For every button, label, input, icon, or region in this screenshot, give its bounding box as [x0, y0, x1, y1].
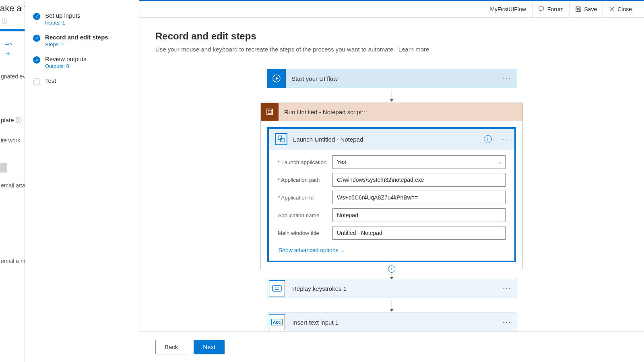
save-label: Save — [584, 6, 597, 12]
forum-label: Forum — [547, 6, 564, 12]
back-button[interactable]: Back — [155, 340, 187, 354]
label-application-path: Application path — [278, 177, 332, 183]
launch-step-card: Launch Untitled - Notepad i ··· Launch a… — [267, 127, 516, 262]
step-record-edit[interactable]: Record and edit steps Steps: 1 — [25, 30, 139, 51]
launch-application-select[interactable]: Yes ⌵ — [332, 155, 506, 169]
svg-rect-4 — [278, 136, 282, 140]
step-panel: Set up inputs Inputs: 1 Record and edit … — [25, 0, 139, 362]
svg-rect-2 — [267, 109, 272, 115]
check-icon — [33, 35, 40, 42]
left-frag-plate: plate ⓘ — [0, 110, 25, 131]
grey-box-icon — [0, 163, 7, 173]
accent-bar — [0, 29, 25, 31]
card-label: Insert text input 1 — [287, 319, 339, 326]
ellipsis-icon[interactable]: ··· — [500, 136, 508, 143]
ellipsis-icon[interactable]: ··· — [503, 318, 511, 327]
save-icon — [575, 6, 582, 12]
info-icon[interactable]: i — [484, 135, 492, 143]
main-content: Record and edit steps Use your mouse and… — [139, 18, 644, 362]
launch-form: Launch application Yes ⌵ Application pat… — [269, 150, 514, 261]
left-rail: ake a flo i + gnated even plate ⓘ ite wo… — [0, 0, 25, 362]
step-subtitle: Steps: 1 — [45, 41, 108, 47]
step-subtitle: Inputs: 1 — [45, 20, 80, 26]
left-frag-work: ite work — [0, 131, 25, 150]
flow-name: MyFirstUIFlow — [490, 6, 526, 12]
close-icon — [609, 6, 615, 12]
check-icon — [33, 13, 40, 20]
text-input-icon: Abc — [269, 314, 285, 330]
chevron-down-icon: ⌵ — [342, 248, 345, 253]
close-label: Close — [617, 6, 632, 12]
step-test[interactable]: Test — [25, 73, 139, 89]
info-icon[interactable]: i — [2, 19, 7, 24]
tab-add-icon — [4, 43, 12, 50]
add-step-connector: + — [391, 269, 392, 279]
script-icon — [261, 103, 279, 121]
window-icon — [275, 133, 287, 145]
add-button[interactable]: + — [1, 43, 15, 59]
check-icon — [33, 56, 40, 64]
label-application-name: Application name — [278, 212, 332, 218]
left-frag-note: email a no — [0, 251, 25, 271]
keyboard-icon — [269, 280, 285, 296]
svg-rect-3 — [268, 110, 271, 113]
close-button[interactable]: Close — [603, 1, 638, 17]
forum-icon — [539, 6, 545, 12]
learn-more-link[interactable]: Learn more — [398, 46, 429, 53]
ellipsis-icon[interactable]: ··· — [503, 74, 511, 83]
step-subtitle: Outputs: 0 — [45, 63, 87, 69]
run-script-header[interactable]: Run Untitled - Notepad script ··· — [261, 103, 522, 121]
application-name-input[interactable] — [332, 208, 506, 222]
add-step-button[interactable]: + — [388, 265, 395, 273]
footer-bar: Back Next — [139, 331, 644, 362]
application-id-input[interactable] — [332, 191, 506, 204]
page-title-fragment: ake a flo — [0, 0, 25, 19]
page-subtitle: Use your mouse and keyboard to recreate … — [155, 46, 628, 53]
step-title: Set up inputs — [45, 12, 80, 19]
step-title: Test — [45, 77, 56, 84]
card-label: Start your UI flow — [286, 75, 338, 82]
application-path-input[interactable] — [332, 173, 506, 187]
forum-button[interactable]: Forum — [533, 1, 569, 17]
step-title: Review outputs — [45, 56, 87, 62]
save-button[interactable]: Save — [569, 1, 603, 17]
launch-title: Launch Untitled - Notepad — [293, 136, 363, 143]
svg-rect-5 — [281, 138, 284, 142]
start-flow-card[interactable]: Start your UI flow ··· — [267, 69, 516, 88]
arrow-icon — [391, 300, 392, 311]
launch-header[interactable]: Launch Untitled - Notepad i ··· — [269, 129, 514, 150]
next-button[interactable]: Next — [194, 340, 225, 354]
chevron-down-icon: ⌵ — [498, 159, 501, 165]
label-window-title: Main window title — [278, 230, 332, 236]
ellipsis-icon[interactable]: ··· — [503, 284, 511, 293]
window-title-input[interactable] — [332, 226, 506, 240]
flow-canvas: Start your UI flow ··· Run Untitled - No… — [155, 69, 628, 332]
svg-rect-6 — [272, 286, 281, 291]
show-advanced-link[interactable]: Show advanced options ⌵ — [278, 244, 506, 257]
step-review-outputs[interactable]: Review outputs Outputs: 0 — [25, 51, 139, 73]
run-script-container: Run Untitled - Notepad script ··· Launch… — [260, 103, 523, 269]
insert-text-card[interactable]: Abc Insert text input 1 ··· — [267, 313, 516, 332]
page-title: Record and edit steps — [155, 31, 628, 42]
card-label: Run Untitled - Notepad script — [279, 109, 362, 115]
left-frag-attach: email attac — [0, 176, 25, 195]
arrow-icon — [391, 90, 392, 101]
label-launch-application: Launch application — [278, 159, 332, 165]
play-icon — [267, 69, 286, 88]
replay-keystrokes-card[interactable]: Replay keystrokes 1 ··· — [267, 279, 516, 298]
label-application-id: Application Id — [278, 195, 332, 201]
step-title: Record and edit steps — [45, 34, 108, 41]
svg-rect-0 — [539, 7, 543, 10]
left-frag-events: gnated even — [0, 67, 25, 86]
card-label: Replay keystrokes 1 — [287, 285, 347, 292]
step-setup-inputs[interactable]: Set up inputs Inputs: 1 — [25, 8, 139, 30]
ellipsis-icon[interactable]: ··· — [362, 108, 367, 115]
circle-icon — [33, 78, 40, 85]
